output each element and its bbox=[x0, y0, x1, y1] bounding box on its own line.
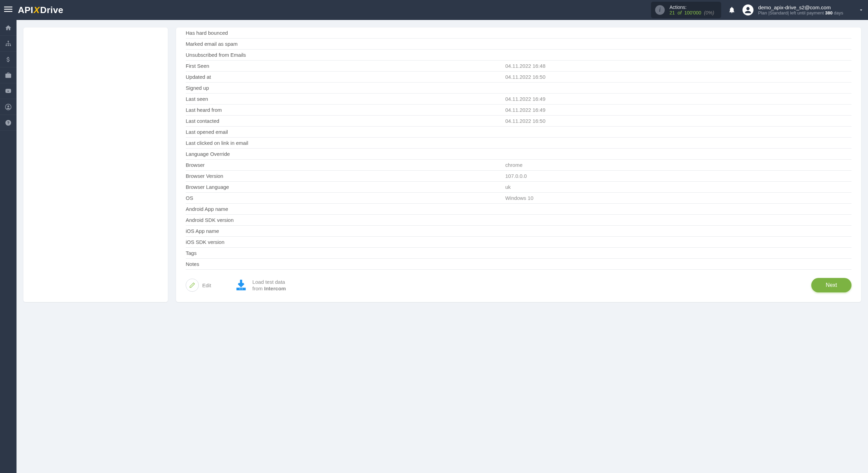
table-row: Last clicked on link in email bbox=[186, 138, 851, 149]
table-row: Android SDK version bbox=[186, 215, 851, 226]
logo-text-pre: API bbox=[18, 5, 33, 15]
field-label: Marked email as spam bbox=[186, 39, 505, 50]
sidebar-youtube[interactable] bbox=[0, 83, 17, 99]
field-value bbox=[505, 204, 851, 215]
actions-counter[interactable]: i Actions: 21 of 100'000 (0%) bbox=[651, 2, 721, 18]
actions-numbers: 21 of 100'000 (0%) bbox=[670, 10, 714, 15]
table-row: Last heard from04.11.2022 16:49 bbox=[186, 105, 851, 116]
svg-point-4 bbox=[746, 7, 749, 10]
table-row: Browser Languageuk bbox=[186, 182, 851, 193]
field-value bbox=[505, 83, 851, 94]
sidebar-home[interactable] bbox=[0, 20, 17, 36]
svg-text:?: ? bbox=[7, 120, 9, 125]
svg-rect-15 bbox=[241, 289, 242, 289]
field-label: Has hard bounced bbox=[186, 28, 505, 39]
field-label: iOS App name bbox=[186, 226, 505, 237]
next-button[interactable]: Next bbox=[811, 278, 851, 292]
table-row: Last opened email bbox=[186, 127, 851, 138]
load-test-data-button[interactable]: Load test data from Intercom bbox=[235, 279, 286, 292]
pencil-icon bbox=[186, 279, 199, 292]
content-area: Has hard bouncedMarked email as spamUnsu… bbox=[17, 20, 868, 310]
sidebar-billing[interactable] bbox=[0, 52, 17, 67]
table-row: Signed up bbox=[186, 83, 851, 94]
field-label: iOS SDK version bbox=[186, 237, 505, 248]
table-row: Language Override bbox=[186, 149, 851, 160]
download-icon bbox=[235, 279, 248, 292]
field-value: 107.0.0.0 bbox=[505, 171, 851, 182]
chevron-down-icon bbox=[858, 7, 864, 13]
table-row: OSWindows 10 bbox=[186, 193, 851, 204]
table-row: Has hard bounced bbox=[186, 28, 851, 39]
svg-rect-2 bbox=[4, 11, 12, 12]
field-label: Android SDK version bbox=[186, 215, 505, 226]
sidebar-connections[interactable] bbox=[0, 36, 17, 52]
table-row: Browser Version107.0.0.0 bbox=[186, 171, 851, 182]
field-label: Last opened email bbox=[186, 127, 505, 138]
hamburger-menu[interactable] bbox=[4, 5, 14, 15]
footer-actions: Edit Load test data from Intercom Next bbox=[186, 278, 851, 292]
user-email: demo_apix-drive_s2@com.com bbox=[758, 4, 843, 10]
sidebar: ? bbox=[0, 20, 17, 310]
field-value bbox=[505, 28, 851, 39]
logo-x: X bbox=[34, 5, 40, 15]
svg-rect-1 bbox=[4, 9, 12, 10]
field-label: Last contacted bbox=[186, 116, 505, 127]
field-value bbox=[505, 149, 851, 160]
left-panel bbox=[23, 28, 168, 302]
field-value bbox=[505, 215, 851, 226]
field-label: Updated at bbox=[186, 72, 505, 83]
svg-rect-6 bbox=[6, 45, 7, 46]
svg-rect-13 bbox=[237, 288, 245, 290]
top-header: API X Drive i Actions: 21 of 100'000 (0%… bbox=[0, 0, 868, 20]
field-value: 04.11.2022 16:49 bbox=[505, 105, 851, 116]
table-row: Unsubscribed from Emails bbox=[186, 50, 851, 61]
field-label: Browser Language bbox=[186, 182, 505, 193]
table-row: Last seen04.11.2022 16:49 bbox=[186, 94, 851, 105]
field-label: Language Override bbox=[186, 149, 505, 160]
field-value: 04.11.2022 16:48 bbox=[505, 61, 851, 72]
table-row: Android App name bbox=[186, 204, 851, 215]
logo-text-post: Drive bbox=[40, 5, 64, 15]
field-value bbox=[505, 248, 851, 259]
table-row: Updated at04.11.2022 16:50 bbox=[186, 72, 851, 83]
sidebar-help[interactable]: ? bbox=[0, 115, 17, 131]
table-row: Notes bbox=[186, 259, 851, 270]
avatar-icon bbox=[742, 4, 753, 15]
field-value bbox=[505, 259, 851, 270]
table-row: Last contacted04.11.2022 16:50 bbox=[186, 116, 851, 127]
sidebar-user[interactable] bbox=[0, 99, 17, 115]
field-label: First Seen bbox=[186, 61, 505, 72]
plan-line: Plan |Standard| left until payment 380 d… bbox=[758, 10, 843, 15]
details-table: Has hard bouncedMarked email as spamUnsu… bbox=[186, 28, 851, 270]
svg-rect-14 bbox=[239, 289, 240, 289]
user-menu[interactable]: demo_apix-drive_s2@com.com Plan |Standar… bbox=[742, 4, 864, 15]
field-label: Last clicked on link in email bbox=[186, 138, 505, 149]
field-value bbox=[505, 237, 851, 248]
sidebar-briefcase[interactable] bbox=[0, 67, 17, 83]
field-label: Tags bbox=[186, 248, 505, 259]
logo[interactable]: API X Drive bbox=[18, 5, 63, 15]
field-label: Last heard from bbox=[186, 105, 505, 116]
field-value: 04.11.2022 16:49 bbox=[505, 94, 851, 105]
field-label: Browser bbox=[186, 160, 505, 171]
field-label: Last seen bbox=[186, 94, 505, 105]
field-value: uk bbox=[505, 182, 851, 193]
edit-button[interactable]: Edit bbox=[186, 279, 211, 292]
field-value bbox=[505, 39, 851, 50]
svg-rect-8 bbox=[10, 45, 11, 46]
field-value: Windows 10 bbox=[505, 193, 851, 204]
right-panel: Has hard bouncedMarked email as spamUnsu… bbox=[176, 28, 861, 302]
info-icon: i bbox=[655, 5, 665, 15]
field-label: OS bbox=[186, 193, 505, 204]
bell-icon[interactable] bbox=[728, 6, 736, 14]
table-row: iOS SDK version bbox=[186, 237, 851, 248]
field-value bbox=[505, 226, 851, 237]
field-value bbox=[505, 138, 851, 149]
field-value bbox=[505, 127, 851, 138]
field-label: Unsubscribed from Emails bbox=[186, 50, 505, 61]
user-text: demo_apix-drive_s2@com.com Plan |Standar… bbox=[758, 4, 843, 15]
edit-label: Edit bbox=[202, 282, 211, 288]
table-row: Tags bbox=[186, 248, 851, 259]
field-label: Signed up bbox=[186, 83, 505, 94]
svg-rect-7 bbox=[8, 45, 9, 46]
